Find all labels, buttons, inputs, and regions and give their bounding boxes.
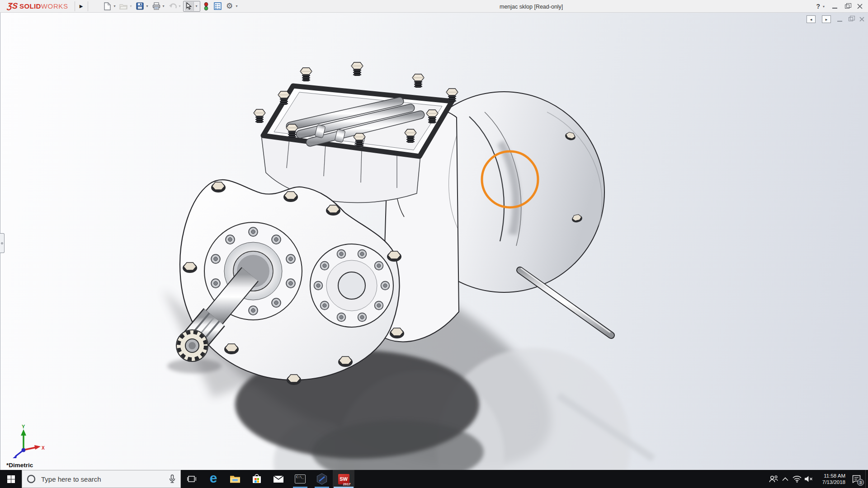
document-close-button[interactable] <box>859 17 864 22</box>
tray-overflow-button[interactable] <box>779 470 791 488</box>
solidworks-icon: SW 2017 <box>338 474 349 484</box>
ds-logo-icon: ƷS <box>7 1 18 11</box>
taskbar-app-mail[interactable] <box>268 470 289 488</box>
window-minimize-button[interactable] <box>832 4 837 9</box>
orientation-triad: Y X <box>5 425 46 461</box>
new-document-button[interactable]: ▾ <box>102 1 118 12</box>
dropdown-caret-icon: ▾ <box>195 4 198 8</box>
restore-icon <box>845 5 849 9</box>
graphics-area[interactable]: ◂ ▸ Y X *Dimetric <box>0 13 868 470</box>
help-dropdown-caret-icon: ▾ <box>823 5 825 9</box>
separator <box>75 1 75 11</box>
pane-collapse-left-button[interactable]: ◂ <box>807 15 816 23</box>
mail-icon <box>273 475 284 483</box>
solidworks-logo: ƷS SOLID WORKS <box>0 1 73 11</box>
view-orientation-label: *Dimetric <box>6 462 33 469</box>
model-3d-render[interactable] <box>0 0 868 470</box>
dropdown-caret-icon: ▾ <box>162 4 165 8</box>
help-icon: ? <box>816 3 820 10</box>
feature-tree-collapsed-tab[interactable] <box>0 233 5 253</box>
open-button[interactable]: ▾ <box>118 1 134 12</box>
document-title: menjac sklop [Read-only] <box>500 4 563 10</box>
taskbar-search-box[interactable] <box>22 470 181 488</box>
separator <box>88 1 88 11</box>
traffic-light-icon <box>202 2 211 11</box>
pane-collapse-right-button[interactable]: ▸ <box>822 15 831 23</box>
undo-button[interactable]: ▾ <box>167 1 183 12</box>
people-icon <box>769 475 778 483</box>
clock-time: 11:58 AM <box>815 473 845 479</box>
volume-muted-icon <box>804 475 813 483</box>
task-view-icon <box>187 475 196 483</box>
file-properties-button[interactable] <box>212 1 224 12</box>
triad-x-label: X <box>42 446 45 450</box>
taskbar-app-file-explorer[interactable] <box>224 470 246 488</box>
people-button[interactable] <box>768 470 779 488</box>
window-close-button[interactable] <box>857 4 863 9</box>
dropdown-caret-icon: ▾ <box>178 4 182 8</box>
volume-button[interactable] <box>803 470 815 488</box>
dropdown-caret-icon: ▾ <box>146 4 149 8</box>
menu-expand-arrow-button[interactable]: ▶ <box>77 1 86 12</box>
triad-y-label: Y <box>22 425 25 429</box>
document-restore-button[interactable] <box>849 17 853 21</box>
main-toolbar: ▾ ▾ ▾ ▾ ▾ ▾ <box>102 1 240 12</box>
minimize-icon <box>837 21 842 22</box>
brand-solid-text: SOLID <box>19 2 41 10</box>
restore-icon <box>849 17 853 21</box>
select-cursor-icon <box>185 2 194 11</box>
document-window-controls: ◂ ▸ <box>807 15 864 23</box>
taskbar-app-hexagon[interactable] <box>311 470 333 488</box>
output-rod <box>520 268 611 335</box>
clock-date: 7/13/2018 <box>815 479 845 485</box>
taskbar-app-edge[interactable]: e <box>203 470 224 488</box>
microphone-icon[interactable] <box>169 474 176 483</box>
taskbar-clock[interactable]: 11:58 AM 7/13/2018 <box>815 473 847 485</box>
file-properties-icon <box>213 2 222 11</box>
dropdown-caret-icon: ▾ <box>113 4 117 8</box>
start-button[interactable] <box>0 470 22 488</box>
taskbar-app-command-prompt[interactable]: C:\_ <box>289 470 311 488</box>
print-icon <box>152 2 161 11</box>
taskbar: e C:\_ SW 2017 11:58 AM <box>0 470 868 488</box>
store-icon <box>252 474 262 484</box>
window-controls: ? ▾ <box>816 0 863 13</box>
taskbar-app-solidworks[interactable]: SW 2017 <box>333 470 354 488</box>
edge-icon: e <box>210 471 217 485</box>
save-button[interactable]: ▾ <box>134 1 151 12</box>
command-prompt-icon: C:\_ <box>295 474 306 483</box>
close-icon <box>857 4 863 9</box>
triangle-right-icon: ▸ <box>826 17 828 22</box>
system-tray: 11:58 AM 7/13/2018 3 <box>768 470 868 488</box>
help-button[interactable]: ? <box>816 3 820 10</box>
brand-works-text: WORKS <box>41 2 68 10</box>
document-minimize-button[interactable] <box>837 17 842 22</box>
undo-arrow-icon <box>168 2 177 11</box>
close-icon <box>859 17 864 22</box>
open-folder-icon <box>119 2 128 11</box>
triangle-left-icon: ◂ <box>810 17 812 22</box>
dropdown-caret-icon: ▾ <box>235 4 239 8</box>
file-explorer-icon <box>230 475 241 483</box>
wifi-icon <box>793 475 802 483</box>
action-center-button[interactable]: 3 <box>847 470 865 488</box>
select-tool-button[interactable]: ▾ <box>183 1 200 12</box>
taskbar-app-store[interactable] <box>246 470 268 488</box>
save-floppy-icon <box>136 2 145 11</box>
show-desktop-button[interactable] <box>865 470 868 488</box>
print-button[interactable]: ▾ <box>151 1 167 12</box>
titlebar: ƷS SOLID WORKS ▶ ▾ ▾ ▾ ▾ <box>0 0 868 13</box>
output-bearing-flange <box>310 244 393 327</box>
wifi-button[interactable] <box>791 470 803 488</box>
window-restore-button[interactable] <box>845 5 849 9</box>
gear-icon: ⚙ <box>226 2 233 10</box>
chevron-up-icon <box>782 477 788 481</box>
search-input[interactable] <box>41 475 169 483</box>
windows-logo-icon <box>7 475 15 483</box>
task-view-button[interactable] <box>181 470 203 488</box>
rebuild-button[interactable] <box>200 1 212 12</box>
minimize-icon <box>832 8 837 9</box>
options-button[interactable]: ⚙ ▾ <box>224 1 240 12</box>
hexagon-app-icon <box>316 473 327 485</box>
dropdown-caret-icon: ▾ <box>129 4 133 8</box>
